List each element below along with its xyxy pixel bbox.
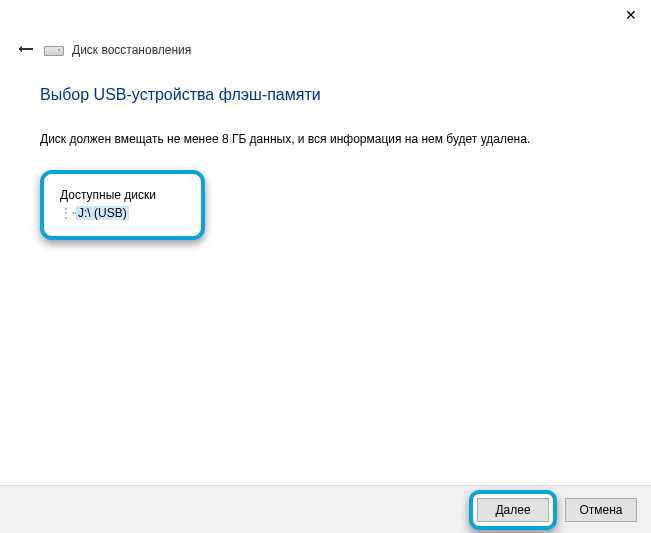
next-button[interactable]: Далее bbox=[477, 498, 549, 522]
next-button-highlight: Далее bbox=[469, 490, 557, 530]
disk-item[interactable]: J:\ (USB) bbox=[76, 206, 129, 220]
header-row: 🠔 Диск восстановления bbox=[0, 30, 651, 58]
titlebar: ✕ bbox=[0, 0, 651, 30]
available-disks-label: Доступные диски bbox=[60, 188, 185, 202]
cancel-button[interactable]: Отмена bbox=[565, 498, 637, 522]
page-heading: Выбор USB-устройства флэш-памяти bbox=[40, 86, 611, 104]
drive-icon bbox=[44, 44, 62, 56]
close-icon[interactable]: ✕ bbox=[625, 8, 637, 22]
tree-branch-icon: ⋮⋯ bbox=[60, 207, 74, 219]
footer: Далее Отмена bbox=[0, 485, 651, 533]
content-area: Выбор USB-устройства флэш-памяти Диск до… bbox=[0, 58, 651, 240]
instruction-text: Диск должен вмещать не менее 8 ГБ данных… bbox=[40, 132, 611, 146]
disk-tree-row: ⋮⋯ J:\ (USB) bbox=[60, 206, 185, 220]
window-title: Диск восстановления bbox=[72, 43, 191, 57]
back-arrow-icon[interactable]: 🠔 bbox=[18, 42, 34, 58]
available-disks-box: Доступные диски ⋮⋯ J:\ (USB) bbox=[40, 170, 205, 240]
